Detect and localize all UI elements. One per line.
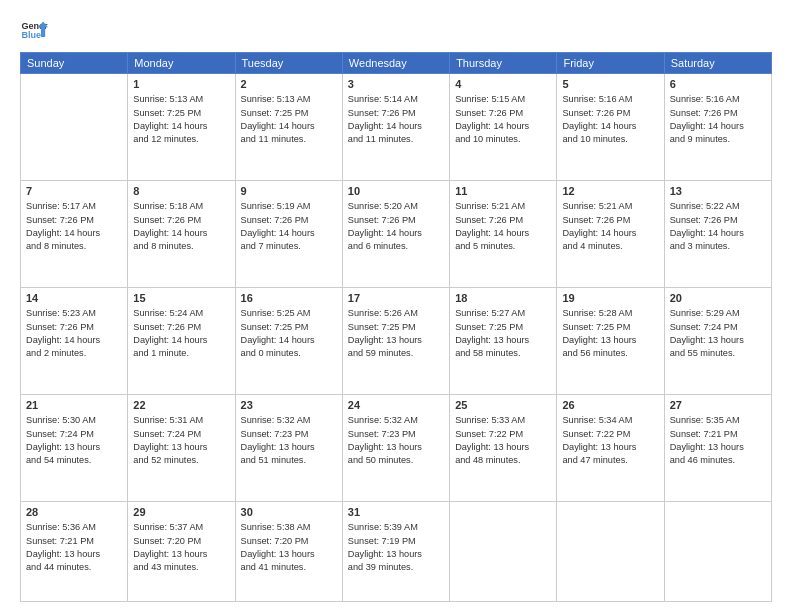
- day-info: Sunrise: 5:19 AM Sunset: 7:26 PM Dayligh…: [241, 200, 337, 253]
- day-number: 14: [26, 291, 122, 306]
- calendar-cell: 24Sunrise: 5:32 AM Sunset: 7:23 PM Dayli…: [342, 394, 449, 501]
- calendar-header-row: SundayMondayTuesdayWednesdayThursdayFrid…: [21, 53, 772, 74]
- calendar-cell: 9Sunrise: 5:19 AM Sunset: 7:26 PM Daylig…: [235, 180, 342, 287]
- calendar-header-thursday: Thursday: [450, 53, 557, 74]
- day-info: Sunrise: 5:39 AM Sunset: 7:19 PM Dayligh…: [348, 521, 444, 574]
- day-number: 17: [348, 291, 444, 306]
- day-info: Sunrise: 5:37 AM Sunset: 7:20 PM Dayligh…: [133, 521, 229, 574]
- day-number: 8: [133, 184, 229, 199]
- calendar-week-5: 28Sunrise: 5:36 AM Sunset: 7:21 PM Dayli…: [21, 501, 772, 601]
- calendar-cell: [21, 74, 128, 181]
- day-info: Sunrise: 5:28 AM Sunset: 7:25 PM Dayligh…: [562, 307, 658, 360]
- header: General Blue: [20, 16, 772, 44]
- svg-text:Blue: Blue: [21, 30, 41, 40]
- day-number: 25: [455, 398, 551, 413]
- day-info: Sunrise: 5:25 AM Sunset: 7:25 PM Dayligh…: [241, 307, 337, 360]
- calendar-cell: 17Sunrise: 5:26 AM Sunset: 7:25 PM Dayli…: [342, 287, 449, 394]
- logo: General Blue: [20, 16, 48, 44]
- calendar-cell: 14Sunrise: 5:23 AM Sunset: 7:26 PM Dayli…: [21, 287, 128, 394]
- day-number: 11: [455, 184, 551, 199]
- calendar-week-4: 21Sunrise: 5:30 AM Sunset: 7:24 PM Dayli…: [21, 394, 772, 501]
- day-number: 31: [348, 505, 444, 520]
- calendar-cell: 11Sunrise: 5:21 AM Sunset: 7:26 PM Dayli…: [450, 180, 557, 287]
- calendar-cell: 28Sunrise: 5:36 AM Sunset: 7:21 PM Dayli…: [21, 501, 128, 601]
- day-info: Sunrise: 5:32 AM Sunset: 7:23 PM Dayligh…: [348, 414, 444, 467]
- day-number: 10: [348, 184, 444, 199]
- calendar-week-3: 14Sunrise: 5:23 AM Sunset: 7:26 PM Dayli…: [21, 287, 772, 394]
- day-info: Sunrise: 5:15 AM Sunset: 7:26 PM Dayligh…: [455, 93, 551, 146]
- day-number: 28: [26, 505, 122, 520]
- day-info: Sunrise: 5:17 AM Sunset: 7:26 PM Dayligh…: [26, 200, 122, 253]
- day-number: 9: [241, 184, 337, 199]
- calendar-cell: [450, 501, 557, 601]
- calendar-cell: 2Sunrise: 5:13 AM Sunset: 7:25 PM Daylig…: [235, 74, 342, 181]
- calendar-week-1: 1Sunrise: 5:13 AM Sunset: 7:25 PM Daylig…: [21, 74, 772, 181]
- calendar-header-wednesday: Wednesday: [342, 53, 449, 74]
- day-info: Sunrise: 5:31 AM Sunset: 7:24 PM Dayligh…: [133, 414, 229, 467]
- day-info: Sunrise: 5:33 AM Sunset: 7:22 PM Dayligh…: [455, 414, 551, 467]
- day-number: 29: [133, 505, 229, 520]
- day-info: Sunrise: 5:32 AM Sunset: 7:23 PM Dayligh…: [241, 414, 337, 467]
- calendar-cell: 29Sunrise: 5:37 AM Sunset: 7:20 PM Dayli…: [128, 501, 235, 601]
- calendar-cell: [557, 501, 664, 601]
- day-info: Sunrise: 5:26 AM Sunset: 7:25 PM Dayligh…: [348, 307, 444, 360]
- day-number: 20: [670, 291, 766, 306]
- day-info: Sunrise: 5:13 AM Sunset: 7:25 PM Dayligh…: [241, 93, 337, 146]
- day-number: 12: [562, 184, 658, 199]
- day-number: 30: [241, 505, 337, 520]
- day-info: Sunrise: 5:35 AM Sunset: 7:21 PM Dayligh…: [670, 414, 766, 467]
- day-number: 23: [241, 398, 337, 413]
- calendar-cell: 21Sunrise: 5:30 AM Sunset: 7:24 PM Dayli…: [21, 394, 128, 501]
- day-number: 18: [455, 291, 551, 306]
- day-info: Sunrise: 5:20 AM Sunset: 7:26 PM Dayligh…: [348, 200, 444, 253]
- day-info: Sunrise: 5:21 AM Sunset: 7:26 PM Dayligh…: [455, 200, 551, 253]
- calendar-cell: 3Sunrise: 5:14 AM Sunset: 7:26 PM Daylig…: [342, 74, 449, 181]
- day-number: 19: [562, 291, 658, 306]
- page: General Blue SundayMondayTuesdayWednesda…: [0, 0, 792, 612]
- calendar-header-friday: Friday: [557, 53, 664, 74]
- calendar-week-2: 7Sunrise: 5:17 AM Sunset: 7:26 PM Daylig…: [21, 180, 772, 287]
- day-number: 7: [26, 184, 122, 199]
- day-number: 22: [133, 398, 229, 413]
- calendar-cell: 16Sunrise: 5:25 AM Sunset: 7:25 PM Dayli…: [235, 287, 342, 394]
- day-number: 1: [133, 77, 229, 92]
- calendar-cell: 8Sunrise: 5:18 AM Sunset: 7:26 PM Daylig…: [128, 180, 235, 287]
- calendar-cell: 31Sunrise: 5:39 AM Sunset: 7:19 PM Dayli…: [342, 501, 449, 601]
- day-info: Sunrise: 5:18 AM Sunset: 7:26 PM Dayligh…: [133, 200, 229, 253]
- calendar-cell: 25Sunrise: 5:33 AM Sunset: 7:22 PM Dayli…: [450, 394, 557, 501]
- logo-icon: General Blue: [20, 16, 48, 44]
- calendar-cell: 30Sunrise: 5:38 AM Sunset: 7:20 PM Dayli…: [235, 501, 342, 601]
- day-number: 3: [348, 77, 444, 92]
- calendar-cell: [664, 501, 771, 601]
- day-info: Sunrise: 5:30 AM Sunset: 7:24 PM Dayligh…: [26, 414, 122, 467]
- day-info: Sunrise: 5:16 AM Sunset: 7:26 PM Dayligh…: [670, 93, 766, 146]
- calendar-cell: 23Sunrise: 5:32 AM Sunset: 7:23 PM Dayli…: [235, 394, 342, 501]
- day-info: Sunrise: 5:27 AM Sunset: 7:25 PM Dayligh…: [455, 307, 551, 360]
- calendar-cell: 6Sunrise: 5:16 AM Sunset: 7:26 PM Daylig…: [664, 74, 771, 181]
- calendar-cell: 27Sunrise: 5:35 AM Sunset: 7:21 PM Dayli…: [664, 394, 771, 501]
- calendar-header-sunday: Sunday: [21, 53, 128, 74]
- calendar-cell: 10Sunrise: 5:20 AM Sunset: 7:26 PM Dayli…: [342, 180, 449, 287]
- day-number: 2: [241, 77, 337, 92]
- day-number: 26: [562, 398, 658, 413]
- day-info: Sunrise: 5:36 AM Sunset: 7:21 PM Dayligh…: [26, 521, 122, 574]
- day-info: Sunrise: 5:14 AM Sunset: 7:26 PM Dayligh…: [348, 93, 444, 146]
- day-info: Sunrise: 5:21 AM Sunset: 7:26 PM Dayligh…: [562, 200, 658, 253]
- day-number: 6: [670, 77, 766, 92]
- day-number: 24: [348, 398, 444, 413]
- day-number: 5: [562, 77, 658, 92]
- day-info: Sunrise: 5:13 AM Sunset: 7:25 PM Dayligh…: [133, 93, 229, 146]
- calendar-cell: 22Sunrise: 5:31 AM Sunset: 7:24 PM Dayli…: [128, 394, 235, 501]
- calendar-table: SundayMondayTuesdayWednesdayThursdayFrid…: [20, 52, 772, 602]
- day-info: Sunrise: 5:16 AM Sunset: 7:26 PM Dayligh…: [562, 93, 658, 146]
- calendar-cell: 12Sunrise: 5:21 AM Sunset: 7:26 PM Dayli…: [557, 180, 664, 287]
- day-info: Sunrise: 5:34 AM Sunset: 7:22 PM Dayligh…: [562, 414, 658, 467]
- calendar-cell: 19Sunrise: 5:28 AM Sunset: 7:25 PM Dayli…: [557, 287, 664, 394]
- calendar-cell: 15Sunrise: 5:24 AM Sunset: 7:26 PM Dayli…: [128, 287, 235, 394]
- calendar-cell: 26Sunrise: 5:34 AM Sunset: 7:22 PM Dayli…: [557, 394, 664, 501]
- day-info: Sunrise: 5:38 AM Sunset: 7:20 PM Dayligh…: [241, 521, 337, 574]
- calendar-header-saturday: Saturday: [664, 53, 771, 74]
- day-number: 21: [26, 398, 122, 413]
- day-number: 27: [670, 398, 766, 413]
- calendar-cell: 18Sunrise: 5:27 AM Sunset: 7:25 PM Dayli…: [450, 287, 557, 394]
